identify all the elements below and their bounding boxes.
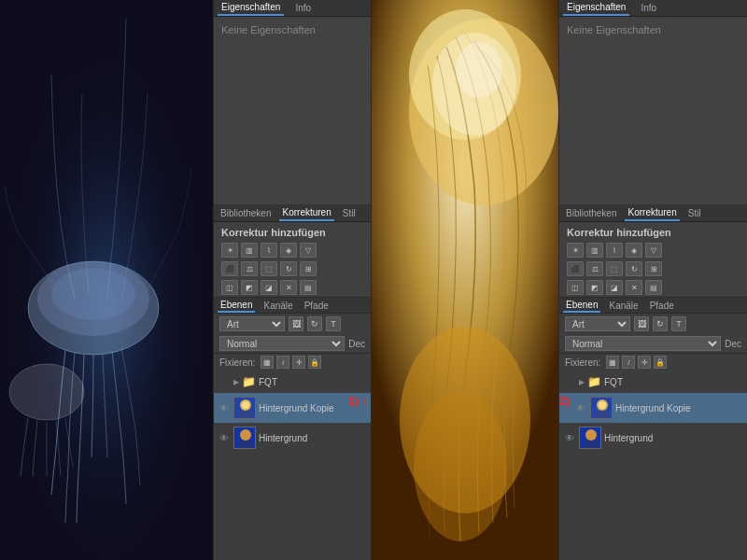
korr-curves-icon[interactable]: ⌇ bbox=[261, 243, 277, 258]
layers-icon-btn3-left[interactable]: T bbox=[326, 316, 341, 331]
korr-icons-row2-right: ⬛ ⚖ ⬚ ↻ ⊞ bbox=[559, 259, 747, 278]
blend-select-left[interactable]: Normal bbox=[219, 336, 345, 351]
eye-group-right[interactable] bbox=[563, 375, 576, 388]
layers-icon-btn3-right[interactable]: T bbox=[671, 316, 686, 331]
layer-group-row-left[interactable]: ▶ 📁 FQT bbox=[214, 371, 371, 393]
layers-icon-btn2-left[interactable]: ↻ bbox=[307, 316, 322, 331]
fix-icon-checkered-left[interactable]: ▦ bbox=[261, 356, 274, 369]
properties-tabs: Eigenschaften Info bbox=[214, 0, 371, 17]
korr-invert-icon-r[interactable]: ◫ bbox=[567, 280, 584, 295]
triangle-group-right: ▶ bbox=[579, 378, 585, 386]
tab-stile-left[interactable]: Stil bbox=[340, 205, 359, 221]
fix-icon-lock-right[interactable]: 🔒 bbox=[654, 356, 667, 369]
fix-label-left: Fixieren: bbox=[219, 357, 255, 368]
korr-hue-icon[interactable]: ⚖ bbox=[241, 261, 258, 276]
opacity-label-right: Dec bbox=[725, 339, 741, 349]
layer-thumb-2-right bbox=[579, 427, 601, 449]
tab-bibliotheken-right[interactable]: Bibliotheken bbox=[563, 205, 619, 221]
fix-icon-move-left[interactable]: ✛ bbox=[292, 356, 305, 369]
tab-bibliotheken-left[interactable]: Bibliotheken bbox=[218, 205, 274, 221]
svg-point-5 bbox=[9, 364, 84, 420]
eye-layer2-left[interactable]: 👁 bbox=[218, 431, 231, 444]
korr-threshold-icon-r[interactable]: ◪ bbox=[606, 280, 623, 295]
eye-group-left[interactable] bbox=[218, 375, 231, 388]
layer-row-2-right[interactable]: 👁 Hintergrund bbox=[559, 423, 747, 453]
layer-thumb-1-right bbox=[590, 397, 613, 419]
korr-selectivecolor-icon-r[interactable]: ✕ bbox=[626, 280, 642, 295]
tab-ebenen-left[interactable]: Ebenen bbox=[218, 298, 255, 313]
korr-bw-icon[interactable]: ↻ bbox=[280, 261, 297, 276]
layer-name-2-right: Hintergrund bbox=[604, 433, 743, 443]
korr-brightness-icon-r[interactable]: ☀ bbox=[567, 243, 584, 258]
eye-layer1-right[interactable]: 👁 bbox=[574, 401, 587, 414]
korr-grid-icon-r[interactable]: ⊞ bbox=[645, 261, 662, 276]
tab-pfade-left[interactable]: Pfade bbox=[302, 298, 331, 313]
fixieren-row-right: Fixieren: ▦ / ✛ 🔒 bbox=[559, 353, 747, 371]
korr-colorbalance-icon-r[interactable]: ⬚ bbox=[606, 261, 623, 276]
layers-tabs-right: Ebenen Kanäle Pfade bbox=[559, 297, 747, 314]
fix-icon-move-right[interactable]: ✛ bbox=[638, 356, 651, 369]
layers-icon-btn2-right[interactable]: ↻ bbox=[653, 316, 668, 331]
korr-selectivecolor-icon[interactable]: ✕ bbox=[280, 280, 297, 295]
korr-gradient-icon-r[interactable]: ▽ bbox=[645, 243, 662, 258]
korr-gradient-icon[interactable]: ▽ bbox=[300, 243, 317, 258]
tab-ebenen-right[interactable]: Ebenen bbox=[563, 298, 600, 313]
tab-eigenschaften-right[interactable]: Eigenschaften bbox=[563, 0, 629, 16]
art-select-right[interactable]: Art bbox=[565, 316, 630, 331]
korr-posterize-icon[interactable]: ◩ bbox=[241, 280, 258, 295]
tab-pfade-right[interactable]: Pfade bbox=[647, 298, 677, 313]
korr-curves-icon-r[interactable]: ⌇ bbox=[606, 243, 623, 258]
korr-threshold-icon[interactable]: ◪ bbox=[261, 280, 277, 295]
fixieren-row-left: Fixieren: ▦ / ✛ 🔒 bbox=[214, 353, 371, 371]
korr-extra-icon[interactable]: ▤ bbox=[300, 280, 317, 295]
layers-icon-btn1-right[interactable]: 🖼 bbox=[634, 316, 649, 331]
korr-exposure-icon-r[interactable]: ◈ bbox=[626, 243, 642, 258]
tab-korrekturen-right[interactable]: Korrekturen bbox=[625, 205, 679, 221]
korr-exposure-icon[interactable]: ◈ bbox=[280, 243, 297, 258]
korr-header-left: Korrektur hinzufügen bbox=[214, 222, 371, 241]
korr-colorbalance-icon[interactable]: ⬚ bbox=[261, 261, 277, 276]
blend-row-left: Normal Dec bbox=[214, 334, 371, 353]
blend-select-right[interactable]: Normal bbox=[565, 336, 721, 351]
korr-bw-icon-r[interactable]: ↻ bbox=[626, 261, 642, 276]
tab-kanale-right[interactable]: Kanäle bbox=[606, 298, 641, 313]
korr-vibrance-icon[interactable]: ⬛ bbox=[221, 261, 238, 276]
tab-korrekturen-left[interactable]: Korrekturen bbox=[279, 205, 333, 221]
art-select-left[interactable]: Art bbox=[219, 316, 285, 331]
layers-icon-btn1-left[interactable]: 🖼 bbox=[289, 316, 303, 331]
eye-layer1-left[interactable]: 👁 bbox=[218, 401, 231, 414]
properties-area-right: Eigenschaften Info Keine Eigenschaften bbox=[559, 0, 747, 205]
tab-info-right[interactable]: Info bbox=[637, 0, 660, 16]
fix-icon-checkered-right[interactable]: ▦ bbox=[606, 356, 619, 369]
properties-tabs-right: Eigenschaften Info bbox=[559, 0, 747, 17]
korr-invert-icon[interactable]: ◫ bbox=[221, 280, 238, 295]
korr-extra-icon-r[interactable]: ▤ bbox=[645, 280, 662, 295]
korr-icons-row3-left: ◫ ◩ ◪ ✕ ▤ bbox=[214, 278, 371, 297]
layer-row-1-left[interactable]: 👁 Hintergrund Kopie 1) ↑ bbox=[214, 393, 371, 423]
layer-row-2-left[interactable]: 👁 Hintergrund bbox=[214, 423, 371, 453]
tab-info-left[interactable]: Info bbox=[291, 0, 315, 16]
layer-row-1-right[interactable]: 2) 👁 Hintergrund Kopie bbox=[559, 393, 747, 423]
korr-vibrance-icon-r[interactable]: ⬛ bbox=[567, 261, 584, 276]
no-props-text-left: Keine Eigenschaften bbox=[214, 17, 371, 43]
korr-grid-icon[interactable]: ⊞ bbox=[300, 261, 317, 276]
korr-brightness-icon[interactable]: ☀ bbox=[221, 243, 238, 258]
fix-icon-lock-left[interactable]: 🔒 bbox=[308, 356, 321, 369]
layer-group-row-right[interactable]: ▶ 📁 FQT bbox=[559, 371, 747, 393]
svg-point-11 bbox=[240, 429, 251, 441]
tab-kanale-left[interactable]: Kanäle bbox=[261, 298, 295, 313]
fix-icon-brush-left[interactable]: / bbox=[276, 356, 289, 369]
panel-right: Eigenschaften Info Keine Eigenschaften B… bbox=[558, 0, 747, 560]
canvas-left bbox=[0, 0, 213, 560]
tab-stile-right[interactable]: Stil bbox=[685, 205, 704, 221]
tab-eigenschaften-left[interactable]: Eigenschaften bbox=[218, 0, 284, 16]
folder-group-right: 📁 bbox=[587, 375, 601, 388]
group-name-left: FQT bbox=[259, 377, 277, 387]
korr-posterize-icon-r[interactable]: ◩ bbox=[586, 280, 603, 295]
korr-levels-icon-r[interactable]: ▥ bbox=[586, 243, 603, 258]
fix-icon-brush-right[interactable]: / bbox=[622, 356, 635, 369]
jellyfish-svg bbox=[0, 0, 213, 560]
eye-layer2-right[interactable]: 👁 bbox=[563, 431, 576, 444]
korr-levels-icon[interactable]: ▥ bbox=[241, 243, 258, 258]
korr-hue-icon-r[interactable]: ⚖ bbox=[586, 261, 603, 276]
